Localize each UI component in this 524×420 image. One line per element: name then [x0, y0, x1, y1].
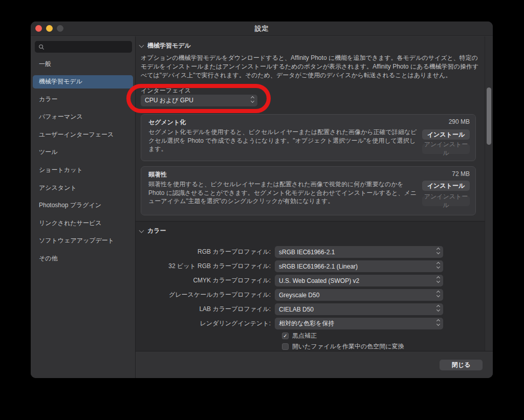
- rgb-profile-value: sRGB IEC61966-2.1: [279, 249, 335, 256]
- cmyk-profile-label: CMYK カラープロファイル:: [136, 276, 275, 285]
- popup-stepper-icon: [437, 277, 440, 282]
- rendering-intent-value: 相対的な色彩を保持: [279, 319, 335, 328]
- greyscale-profile-row: グレースケールカラープロファイル: Greyscale D50: [136, 289, 443, 301]
- rgb32-profile-label: 32 ビット RGB カラープロファイル:: [136, 262, 275, 271]
- sidebar-item-general[interactable]: 一般: [33, 57, 133, 71]
- saliency-uninstall-button: アンインストール: [422, 196, 470, 206]
- rgb32-profile-value: sRGB IEC61966-2.1 (Linear): [279, 263, 358, 270]
- convert-opened-files-checkbox[interactable]: [282, 343, 289, 350]
- rgb-profile-row: RGB カラープロファイル: sRGB IEC61966-2.1: [136, 246, 443, 258]
- model-description: セグメント化モデルを使用すると、ピクセルレイヤーまたは配置された画像から正確で詳…: [148, 128, 418, 153]
- window-title: 設定: [255, 24, 269, 33]
- saliency-install-button[interactable]: インストール: [422, 181, 470, 191]
- sidebar-item-machine-learning[interactable]: 機械学習モデル: [33, 75, 133, 89]
- settings-window: 設定 一般 機械学習モデル カラー パフォーマンス ユーザーインターフェース ツ: [31, 21, 493, 378]
- close-button[interactable]: 閉じる: [440, 360, 483, 370]
- segmentation-install-button[interactable]: インストール: [422, 129, 470, 140]
- rgb-profile-label: RGB カラープロファイル:: [136, 248, 275, 256]
- traffic-lights: [35, 25, 63, 32]
- minimize-window-icon[interactable]: [46, 25, 53, 32]
- segmentation-uninstall-button: アンインストール: [422, 144, 470, 154]
- sidebar-item-linked-services[interactable]: リンクされたサービス: [33, 216, 133, 230]
- cmyk-profile-select[interactable]: U.S. Web Coated (SWOP) v2: [275, 275, 443, 286]
- greyscale-profile-value: Greyscale D50: [279, 292, 319, 299]
- color-section-header[interactable]: カラー: [140, 227, 166, 235]
- cmyk-profile-value: U.S. Web Coated (SWOP) v2: [279, 277, 359, 284]
- saliency-model-card: 顕著性 72 MB 顕著性を使用すると、ピクセルレイヤーまたは配置された画像で視…: [141, 166, 476, 215]
- segmentation-model-card: セグメント化 290 MB セグメント化モデルを使用すると、ピクセルレイヤーまた…: [141, 114, 476, 161]
- footer-bar: 閉じる: [136, 351, 493, 378]
- model-size: 72 MB: [452, 170, 470, 178]
- scrollbar-track[interactable]: [485, 36, 493, 351]
- rendering-intent-select[interactable]: 相対的な色彩を保持: [275, 318, 443, 329]
- search-input[interactable]: [35, 41, 132, 53]
- chevron-down-icon: [139, 42, 144, 48]
- black-point-label: 黒点補正: [292, 331, 317, 340]
- sidebar-item-color[interactable]: カラー: [33, 93, 133, 106]
- chevron-down-icon: [139, 228, 144, 233]
- convert-opened-files-row: 開いたファイルを作業中の色空間に変換: [282, 342, 404, 351]
- rendering-intent-label: レンダリングインテント:: [136, 319, 275, 328]
- scroll-area: 機械学習モデル オプションの機械学習モデルをダウンロードすると、Affinity…: [136, 36, 493, 351]
- sidebar-nav: 一般 機械学習モデル カラー パフォーマンス ユーザーインターフェース ツール …: [33, 57, 133, 270]
- popup-stepper-icon: [437, 291, 440, 297]
- popup-stepper-icon: [437, 320, 440, 325]
- model-name: セグメント化: [148, 118, 186, 127]
- model-name: 顕著性: [148, 170, 167, 179]
- compute-device-value: CPU および GPU: [145, 96, 193, 105]
- sidebar-item-shortcuts[interactable]: ショートカット: [33, 164, 133, 177]
- zoom-window-icon: [57, 25, 63, 32]
- compute-device-select[interactable]: CPU および GPU: [141, 95, 257, 106]
- black-point-checkbox[interactable]: [282, 333, 289, 339]
- convert-opened-files-label: 開いたファイルを作業中の色空間に変換: [292, 342, 404, 351]
- popup-stepper-icon: [437, 262, 440, 268]
- interface-label: インターフェイス: [141, 86, 191, 95]
- popup-stepper-icon: [437, 248, 440, 254]
- desktop-background: 設定 一般 機械学習モデル カラー パフォーマンス ユーザーインターフェース ツ: [0, 0, 524, 420]
- machine-learning-description: オプションの機械学習モデルをダウンロードすると、Affinity Photo に…: [141, 54, 481, 80]
- scrollbar-thumb[interactable]: [487, 87, 491, 145]
- rendering-intent-row: レンダリングインテント: 相対的な色彩を保持: [136, 318, 443, 329]
- sidebar-item-performance[interactable]: パフォーマンス: [33, 110, 133, 124]
- greyscale-profile-select[interactable]: Greyscale D50: [275, 289, 443, 301]
- sidebar-item-user-interface[interactable]: ユーザーインターフェース: [33, 128, 133, 141]
- close-window-icon[interactable]: [35, 25, 42, 32]
- cmyk-profile-row: CMYK カラープロファイル: U.S. Web Coated (SWOP) v…: [136, 275, 443, 286]
- sidebar-item-tools[interactable]: ツール: [33, 146, 133, 159]
- rgb32-profile-select[interactable]: sRGB IEC61966-2.1 (Linear): [275, 260, 443, 272]
- rgb-profile-select[interactable]: sRGB IEC61966-2.1: [275, 246, 443, 258]
- sidebar-item-assistant[interactable]: アシスタント: [33, 181, 133, 194]
- section-color: カラー RGB カラープロファイル: sRGB IEC61966-2.1 32 …: [136, 221, 493, 351]
- search-icon: [38, 44, 45, 50]
- lab-profile-label: LAB カラープロファイル:: [136, 305, 275, 314]
- section-title: カラー: [147, 227, 166, 235]
- title-bar[interactable]: 設定: [31, 21, 493, 36]
- sidebar-item-software-update[interactable]: ソフトウェアアップデート: [33, 234, 133, 248]
- section-machine-learning: 機械学習モデル オプションの機械学習モデルをダウンロードすると、Affinity…: [136, 36, 493, 221]
- model-description: 顕著性を使用すると、ピクセルレイヤーまたは配置された画像で視覚的に何が重要なのか…: [148, 180, 418, 206]
- black-point-row: 黒点補正: [282, 331, 317, 340]
- sidebar-item-photoshop-plugins[interactable]: Photoshop プラグイン: [33, 199, 133, 212]
- model-size: 290 MB: [449, 118, 470, 125]
- preferences-sidebar: 一般 機械学習モデル カラー パフォーマンス ユーザーインターフェース ツール …: [31, 36, 136, 378]
- lab-profile-select[interactable]: CIELAB D50: [275, 303, 443, 315]
- section-title: 機械学習モデル: [147, 41, 191, 50]
- popup-stepper-icon: [251, 97, 254, 102]
- popup-stepper-icon: [437, 305, 440, 311]
- lab-profile-value: CIELAB D50: [279, 306, 314, 313]
- rgb32-profile-row: 32 ビット RGB カラープロファイル: sRGB IEC61966-2.1 …: [136, 260, 443, 272]
- machine-learning-section-header[interactable]: 機械学習モデル: [140, 41, 191, 50]
- greyscale-profile-label: グレースケールカラープロファイル:: [136, 291, 275, 299]
- preferences-content: 機械学習モデル オプションの機械学習モデルをダウンロードすると、Affinity…: [136, 36, 493, 378]
- lab-profile-row: LAB カラープロファイル: CIELAB D50: [136, 303, 443, 315]
- sidebar-item-misc[interactable]: その他: [33, 252, 133, 266]
